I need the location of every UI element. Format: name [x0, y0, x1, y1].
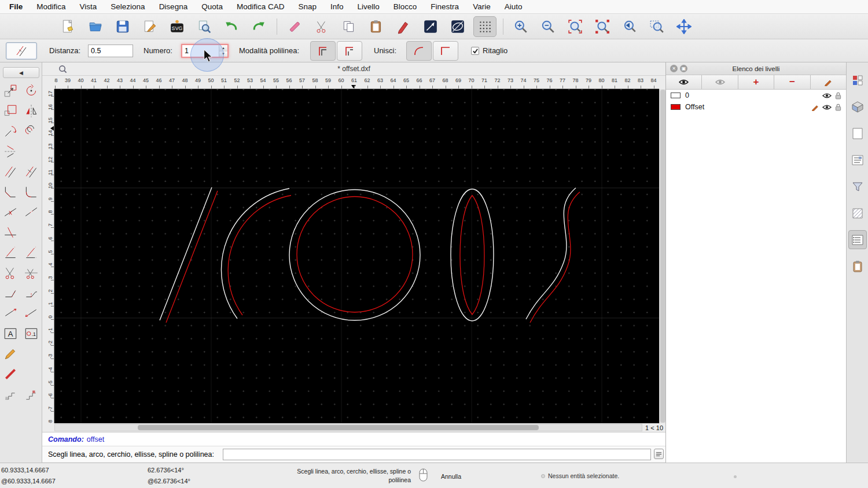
tool-rotate-two-button[interactable]	[21, 121, 42, 141]
pattern-panel-button[interactable]	[848, 204, 867, 223]
tool-cut-button[interactable]	[0, 263, 21, 283]
draw-pen-button[interactable]	[392, 16, 415, 37]
add-layer-button[interactable]: +	[738, 75, 774, 89]
layer-row-0[interactable]: 0	[666, 90, 846, 101]
tool-rotate-button[interactable]	[21, 80, 42, 101]
polyline-mode-a-button[interactable]	[310, 41, 336, 61]
polyline-mode-b-button[interactable]	[337, 41, 362, 61]
tool-hatch-button[interactable]	[0, 343, 21, 364]
tool-explode-button[interactable]	[0, 384, 21, 404]
menu-varie[interactable]: Varie	[473, 2, 491, 11]
tool-mirror-button[interactable]	[21, 101, 42, 121]
menu-livello[interactable]: Livello	[358, 2, 380, 11]
tool-marker-button[interactable]	[0, 364, 21, 384]
menu-disegna[interactable]: Disegna	[159, 2, 188, 11]
zoom-redraw-button[interactable]	[591, 16, 614, 37]
drawing-canvas[interactable]	[54, 89, 659, 423]
offset-arc[interactable]	[228, 195, 291, 315]
layer-lock-icon[interactable]	[835, 92, 841, 99]
layer-lock-icon[interactable]	[835, 103, 841, 111]
tool-trim-both-button[interactable]	[21, 242, 42, 263]
number-input[interactable]	[182, 45, 219, 57]
hide-all-layers-button[interactable]	[702, 75, 738, 89]
tool-break-out-button[interactable]	[21, 202, 42, 222]
svg-export-button[interactable]: SVG	[165, 16, 189, 37]
tool-explode-blocks-button[interactable]	[21, 384, 42, 404]
menu-quota[interactable]: Quota	[201, 2, 223, 11]
tool-lengthen-button[interactable]	[0, 303, 21, 323]
zoom-in-button[interactable]	[509, 16, 532, 37]
library-browser-panel-button[interactable]	[848, 97, 867, 116]
zoom-window-button[interactable]	[645, 16, 668, 37]
edit-layer-button[interactable]	[811, 75, 846, 89]
menu-modifica-cad[interactable]: Modifica CAD	[237, 2, 285, 11]
menu-file[interactable]: File	[9, 2, 23, 11]
vertical-scrollbar[interactable]	[659, 89, 665, 423]
zoom-previous-button[interactable]	[618, 16, 641, 37]
cut-button[interactable]	[310, 16, 333, 37]
entity-circle[interactable]	[289, 190, 420, 320]
palette-back-button[interactable]: ◀	[3, 67, 39, 78]
join-corner-button[interactable]	[433, 41, 458, 61]
stepper-down-icon[interactable]: ▼	[219, 51, 227, 57]
distance-input[interactable]	[88, 45, 133, 57]
tool-flip-button[interactable]	[0, 141, 21, 161]
menu-aiuto[interactable]: Aiuto	[505, 2, 523, 11]
selection-filter-panel-button[interactable]	[848, 177, 867, 196]
tool-stretch-button[interactable]	[0, 283, 21, 303]
tool-trim-button[interactable]	[0, 242, 21, 263]
clipboard-panel-button[interactable]	[848, 257, 867, 276]
copy-button[interactable]	[337, 16, 361, 37]
horizontal-scrollbar-thumb[interactable]	[138, 425, 539, 430]
menu-blocco[interactable]: Blocco	[393, 2, 417, 11]
vertical-scrollbar-thumb[interactable]	[660, 90, 665, 423]
offset-circle[interactable]	[297, 197, 413, 312]
tool-offset-copy-button[interactable]	[21, 161, 42, 182]
command-multiline-toggle-button[interactable]	[654, 449, 664, 459]
offset-line[interactable]	[166, 191, 218, 323]
menu-vista[interactable]: Vista	[80, 2, 97, 11]
print-preview-button[interactable]	[193, 16, 216, 37]
tool-offset-button[interactable]	[0, 161, 21, 182]
layer-visible-eye-icon[interactable]	[822, 104, 832, 110]
zoom-auto-button[interactable]	[564, 16, 587, 37]
tool-shrink-button[interactable]	[21, 303, 42, 323]
edit-drawing-button[interactable]	[138, 16, 161, 37]
layer-visible-eye-icon[interactable]	[822, 93, 832, 99]
zoom-out-button[interactable]	[536, 16, 560, 37]
menu-finestra[interactable]: Finestra	[431, 2, 459, 11]
menu-seleziona[interactable]: Seleziona	[111, 2, 145, 11]
erase-button[interactable]	[283, 16, 306, 37]
horizontal-scrollbar[interactable]	[54, 424, 642, 431]
undo-button[interactable]	[220, 16, 243, 37]
layer-list-panel-button[interactable]	[848, 230, 867, 249]
tool-round-button[interactable]	[21, 182, 42, 202]
tool-decimal-point-button[interactable]: .1	[21, 323, 42, 343]
ellipse-tool-button[interactable]	[446, 16, 469, 37]
menu-info[interactable]: Info	[330, 2, 344, 11]
tool-divide-button[interactable]	[0, 202, 21, 222]
offset-ellipse[interactable]	[460, 195, 484, 315]
clip-checkbox[interactable]	[471, 47, 479, 55]
sheet-panel-button[interactable]	[848, 124, 867, 143]
menu-snap[interactable]: Snap	[298, 2, 317, 11]
paste-button[interactable]	[365, 16, 388, 37]
entity-arc[interactable]	[222, 188, 289, 319]
offset-spline[interactable]	[530, 192, 580, 323]
tool-scale-button[interactable]	[0, 101, 21, 121]
layer-row-Offset[interactable]: Offset	[666, 101, 846, 113]
redo-button[interactable]	[247, 16, 270, 37]
join-round-button[interactable]	[406, 41, 432, 61]
show-all-layers-button[interactable]	[666, 75, 702, 89]
property-editor-panel-button[interactable]	[848, 71, 867, 90]
menu-modifica[interactable]: Modifica	[36, 2, 65, 11]
open-document-button[interactable]	[84, 16, 107, 37]
stepper-up-icon[interactable]: ▲	[219, 45, 227, 51]
command-input[interactable]	[223, 449, 651, 460]
number-stepper[interactable]: ▲▼	[219, 45, 227, 57]
line-tool-button[interactable]	[419, 16, 442, 37]
tool-auto-trim-button[interactable]	[0, 222, 21, 242]
original-entities[interactable]	[160, 187, 576, 321]
tool-text-edit-button[interactable]: A	[0, 323, 21, 343]
remove-layer-button[interactable]: −	[774, 75, 810, 89]
